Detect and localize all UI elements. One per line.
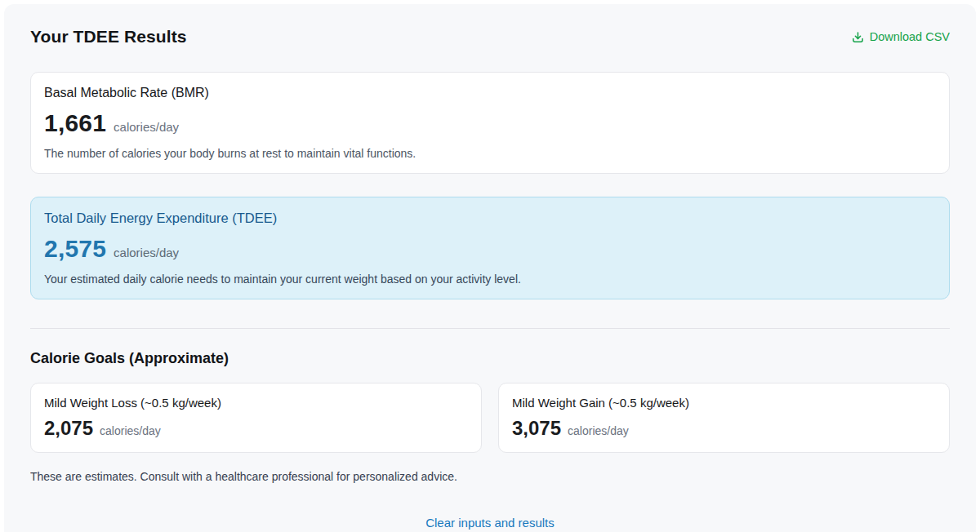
goal-value-row: 3,075 calories/day [512, 417, 936, 440]
bmr-result-card: Basal Metabolic Rate (BMR) 1,661 calorie… [30, 72, 950, 174]
bmr-value-row: 1,661 calories/day [44, 109, 936, 137]
bmr-description: The number of calories your body burns a… [44, 147, 936, 160]
download-icon [852, 31, 864, 43]
clear-row: Clear inputs and results [30, 516, 950, 530]
bmr-card-title: Basal Metabolic Rate (BMR) [44, 86, 936, 100]
goal-card-weight-loss: Mild Weight Loss (~0.5 kg/week) 2,075 ca… [30, 383, 482, 453]
bmr-unit: calories/day [114, 120, 179, 134]
goal-value-row: 2,075 calories/day [44, 417, 468, 440]
tdee-card-title: Total Daily Energy Expenditure (TDEE) [44, 211, 936, 226]
goal-title: Mild Weight Loss (~0.5 kg/week) [44, 396, 468, 410]
goal-value: 2,075 [44, 417, 93, 440]
tdee-unit: calories/day [114, 246, 179, 259]
calorie-goals-grid: Mild Weight Loss (~0.5 kg/week) 2,075 ca… [30, 383, 950, 453]
goal-unit: calories/day [568, 424, 629, 437]
section-divider [30, 328, 950, 329]
goal-value: 3,075 [512, 417, 561, 440]
tdee-value-row: 2,575 calories/day [44, 235, 936, 263]
goal-card-weight-gain: Mild Weight Gain (~0.5 kg/week) 3,075 ca… [498, 383, 950, 453]
bmr-value: 1,661 [44, 109, 106, 137]
download-csv-label: Download CSV [870, 30, 950, 43]
calorie-goals-heading: Calorie Goals (Approximate) [30, 350, 950, 367]
tdee-value: 2,575 [44, 235, 106, 263]
page-title: Your TDEE Results [30, 27, 187, 47]
tdee-description: Your estimated daily calorie needs to ma… [44, 273, 936, 286]
goal-unit: calories/day [100, 424, 161, 437]
disclaimer-text: These are estimates. Consult with a heal… [30, 470, 950, 483]
goal-title: Mild Weight Gain (~0.5 kg/week) [512, 396, 936, 410]
tdee-results-panel: Your TDEE Results Download CSV Basal Met… [4, 4, 976, 532]
tdee-result-card: Total Daily Energy Expenditure (TDEE) 2,… [30, 197, 950, 299]
results-header: Your TDEE Results Download CSV [30, 27, 950, 47]
clear-inputs-link[interactable]: Clear inputs and results [425, 516, 555, 530]
download-csv-button[interactable]: Download CSV [852, 30, 950, 43]
